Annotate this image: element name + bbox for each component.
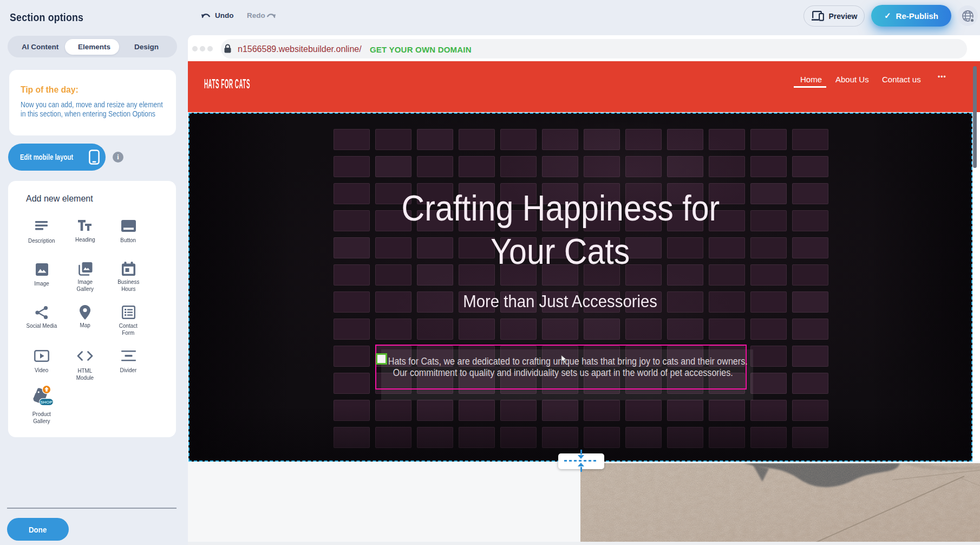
svg-text:SHOP: SHOP: [40, 400, 53, 405]
